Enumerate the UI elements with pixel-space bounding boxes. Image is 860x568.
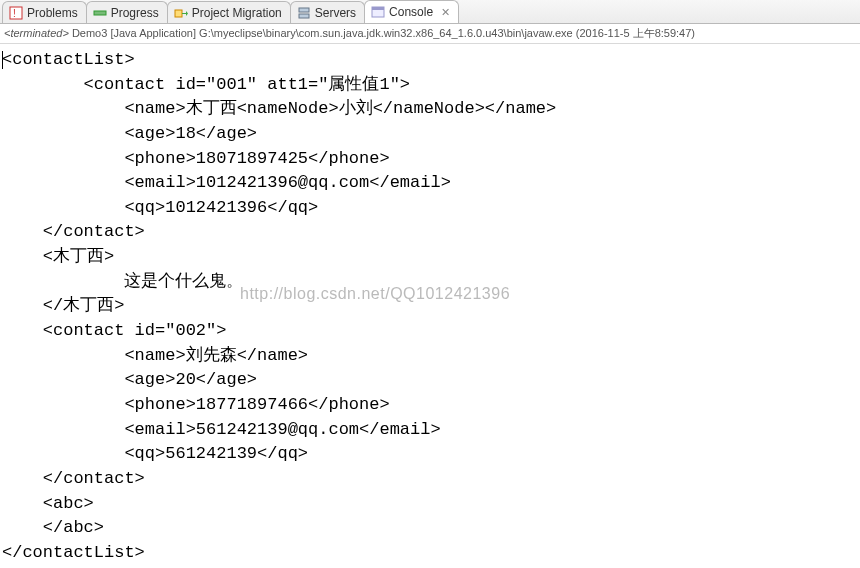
tab-progress[interactable]: Progress (86, 1, 168, 23)
problems-icon: ! (9, 6, 23, 20)
svg-rect-2 (94, 11, 106, 15)
app-name: Demo3 [Java Application] (72, 27, 196, 39)
svg-rect-0 (10, 7, 22, 19)
terminated-label: <terminated> (4, 27, 69, 39)
tab-label: Project Migration (192, 6, 282, 20)
console-status: <terminated> Demo3 [Java Application] G:… (0, 24, 860, 44)
tab-label: Console (389, 5, 433, 19)
tab-servers[interactable]: Servers (290, 1, 365, 23)
timestamp: (2016-11-5 上午8:59:47) (576, 27, 695, 39)
tab-project-migration[interactable]: Project Migration (167, 1, 291, 23)
exe-path: G:\myeclipse\binary\com.sun.java.jdk.win… (199, 27, 573, 39)
console-output[interactable]: <contactList> <contact id="001" att1="属性… (0, 44, 860, 568)
svg-rect-7 (372, 7, 384, 10)
close-icon[interactable]: ✕ (441, 6, 450, 19)
svg-text:!: ! (13, 8, 16, 19)
tab-label: Problems (27, 6, 78, 20)
svg-rect-3 (175, 10, 182, 17)
progress-icon (93, 6, 107, 20)
console-icon (371, 5, 385, 19)
console-text: <contactList> <contact id="001" att1="属性… (2, 50, 556, 562)
servers-icon (297, 6, 311, 20)
watermark-text: http://blog.csdn.net/QQ1012421396 (240, 282, 510, 305)
svg-rect-4 (299, 8, 309, 12)
tab-problems[interactable]: ! Problems (2, 1, 87, 23)
migration-icon (174, 6, 188, 20)
tab-label: Servers (315, 6, 356, 20)
tab-label: Progress (111, 6, 159, 20)
svg-rect-5 (299, 14, 309, 18)
tab-bar: ! Problems Progress Project Migration Se… (0, 0, 860, 24)
tab-console[interactable]: Console ✕ (364, 0, 459, 23)
